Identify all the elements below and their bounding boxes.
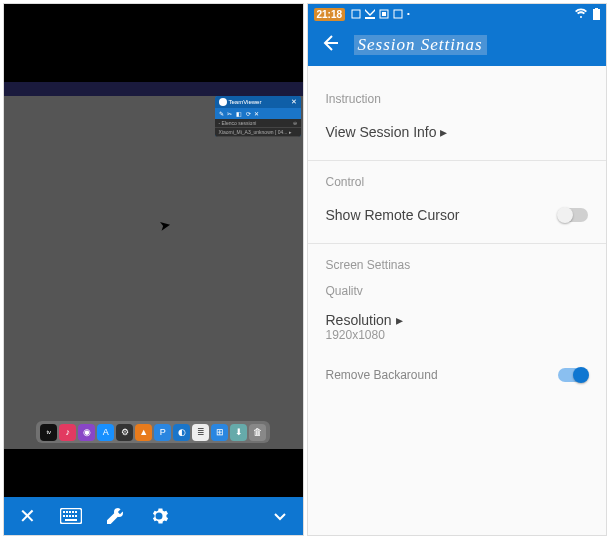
close-icon[interactable]: ✕ [16, 505, 38, 527]
dock-vlc-icon[interactable]: ▲ [135, 424, 152, 441]
status-system-icons [575, 8, 600, 20]
svg-rect-1 [63, 511, 65, 513]
section-control: Control [326, 175, 589, 189]
remote-menubar [4, 82, 303, 96]
dock-music-icon[interactable]: ♪ [59, 424, 76, 441]
dock-trash-icon[interactable]: 🗑 [249, 424, 266, 441]
show-remote-cursor-row[interactable]: Show Remote Cursor [326, 201, 589, 229]
app-bar: Session Settinas [308, 24, 607, 66]
dock-textedit-icon[interactable]: ≣ [192, 424, 209, 441]
mouse-cursor-icon: ➤ [158, 216, 173, 234]
letterbox-bottom [4, 449, 303, 497]
dock-pages-icon[interactable]: P [154, 424, 171, 441]
chevron-down-icon[interactable] [269, 505, 291, 527]
tv-session-item[interactable]: Xiaomi_Mi_A3_unknown [ 04... ▸ [215, 128, 301, 137]
divider [308, 160, 607, 161]
svg-rect-3 [69, 511, 71, 513]
section-screen: Screen Settinas [326, 258, 589, 272]
remove-background-row[interactable]: Remove Backaround [326, 362, 589, 388]
tv-session-list: - Elenco sessioni⊖ Xiaomi_Mi_A3_unknown … [215, 119, 301, 137]
svg-rect-9 [72, 515, 74, 517]
svg-rect-17 [595, 8, 598, 9]
status-notification-icons: • [351, 9, 410, 19]
svg-rect-7 [66, 515, 68, 517]
svg-rect-6 [63, 515, 65, 517]
svg-rect-12 [352, 10, 360, 18]
svg-rect-16 [593, 9, 600, 20]
tv-brand: TeamViewer [229, 99, 262, 105]
wifi-icon [575, 8, 587, 18]
battery-icon [593, 8, 600, 20]
svg-rect-2 [66, 511, 68, 513]
section-instruction: Instruction [326, 92, 589, 106]
remote-session-pane: TeamViewer ✕ ✎ ✂ ◧ ⟳ ✕ - Elenco sessioni… [3, 3, 304, 536]
settings-icon[interactable] [148, 505, 170, 527]
tools-icon[interactable] [104, 505, 126, 527]
view-session-info-row[interactable]: View Session Info ▸ [326, 118, 589, 146]
android-status-bar: 21:18 • [308, 4, 607, 24]
resolution-row[interactable]: Resolution ▸ 1920x1080 [326, 312, 589, 342]
page-title: Session Settinas [354, 35, 487, 55]
letterbox-top [4, 4, 303, 82]
remove-background-toggle[interactable] [558, 368, 588, 382]
keyboard-icon[interactable] [60, 505, 82, 527]
settings-list: Instruction View Session Info ▸ Control … [308, 66, 607, 535]
tv-toolbar[interactable]: ✎ ✂ ◧ ⟳ ✕ [215, 108, 301, 119]
svg-rect-8 [69, 515, 71, 517]
tv-session-header[interactable]: - Elenco sessioni⊖ [215, 119, 301, 128]
remote-desktop[interactable]: TeamViewer ✕ ✎ ✂ ◧ ⟳ ✕ - Elenco sessioni… [4, 82, 303, 449]
status-time: 21:18 [314, 8, 346, 21]
settings-pane: 21:18 • Session Settinas Instruction Vi [307, 3, 608, 536]
back-arrow-icon[interactable] [320, 33, 340, 58]
dock-podcasts-icon[interactable]: ◉ [78, 424, 95, 441]
dock-downloads-icon[interactable]: ⬇ [230, 424, 247, 441]
svg-rect-11 [65, 519, 77, 521]
dock-teamviewer-icon[interactable]: ◐ [173, 424, 190, 441]
session-toolbar: ✕ [4, 497, 303, 535]
dock-appletv-icon[interactable]: tv [40, 424, 57, 441]
quality-label[interactable]: Qualitv [326, 284, 589, 298]
show-cursor-toggle[interactable] [558, 208, 588, 222]
teamviewer-logo-icon [219, 98, 227, 106]
dock-settings-icon[interactable]: ⚙ [116, 424, 133, 441]
dock-finder-icon[interactable]: ⊞ [211, 424, 228, 441]
svg-rect-14 [382, 12, 386, 16]
svg-rect-5 [75, 511, 77, 513]
svg-rect-4 [72, 511, 74, 513]
svg-rect-15 [394, 10, 402, 18]
teamviewer-panel[interactable]: TeamViewer ✕ ✎ ✂ ◧ ⟳ ✕ - Elenco sessioni… [215, 96, 301, 137]
divider [308, 243, 607, 244]
tv-panel-header[interactable]: TeamViewer ✕ [215, 96, 301, 108]
svg-rect-10 [75, 515, 77, 517]
tv-close-icon[interactable]: ✕ [291, 98, 297, 106]
dock-appstore-icon[interactable]: A [97, 424, 114, 441]
macos-dock[interactable]: tv♪◉A⚙▲P◐≣⊞⬇🗑 [36, 421, 270, 443]
resolution-value: 1920x1080 [326, 328, 589, 342]
